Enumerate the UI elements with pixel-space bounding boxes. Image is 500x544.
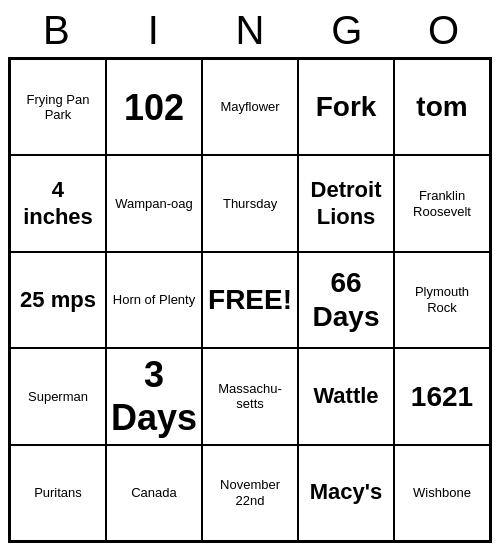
bingo-cell: Superman bbox=[10, 348, 106, 444]
cell-content: Wishbone bbox=[413, 485, 471, 501]
cell-content: Wampan-oag bbox=[115, 196, 193, 212]
bingo-cell: Franklin Roosevelt bbox=[394, 155, 490, 251]
bingo-cell: 102 bbox=[106, 59, 202, 155]
bingo-cell: 25 mps bbox=[10, 252, 106, 348]
cell-content: 1621 bbox=[411, 380, 473, 414]
bingo-cell: Wampan-oag bbox=[106, 155, 202, 251]
bingo-cell: November 22nd bbox=[202, 445, 298, 541]
bingo-letter: O bbox=[395, 8, 492, 53]
cell-content: Horn of Plenty bbox=[113, 292, 195, 308]
cell-content: Canada bbox=[131, 485, 177, 501]
cell-content: Fork bbox=[316, 90, 377, 124]
bingo-cell: Fork bbox=[298, 59, 394, 155]
cell-content: November 22nd bbox=[207, 477, 293, 508]
bingo-letter: B bbox=[8, 8, 105, 53]
bingo-cell: Massachu-setts bbox=[202, 348, 298, 444]
cell-content: Macy's bbox=[310, 479, 383, 505]
bingo-cell: Plymouth Rock bbox=[394, 252, 490, 348]
bingo-cell: Canada bbox=[106, 445, 202, 541]
bingo-grid: Frying Pan Park102MayflowerForktom4 inch… bbox=[8, 57, 492, 543]
bingo-cell: 4 inches bbox=[10, 155, 106, 251]
bingo-title: BINGO bbox=[8, 8, 492, 53]
cell-content: Thursday bbox=[223, 196, 277, 212]
cell-content: 102 bbox=[124, 86, 184, 129]
bingo-cell: FREE! bbox=[202, 252, 298, 348]
bingo-letter: I bbox=[105, 8, 202, 53]
cell-content: Superman bbox=[28, 389, 88, 405]
cell-content: 3 Days bbox=[111, 353, 197, 439]
cell-content: Plymouth Rock bbox=[399, 284, 485, 315]
bingo-cell: 3 Days bbox=[106, 348, 202, 444]
bingo-cell: Wattle bbox=[298, 348, 394, 444]
cell-content: 66 Days bbox=[303, 266, 389, 333]
bingo-cell: Frying Pan Park bbox=[10, 59, 106, 155]
bingo-letter: N bbox=[202, 8, 299, 53]
bingo-cell: Detroit Lions bbox=[298, 155, 394, 251]
bingo-letter: G bbox=[298, 8, 395, 53]
bingo-cell: Horn of Plenty bbox=[106, 252, 202, 348]
cell-content: Mayflower bbox=[220, 99, 279, 115]
bingo-cell: Thursday bbox=[202, 155, 298, 251]
cell-content: Detroit Lions bbox=[303, 177, 389, 230]
cell-content: Franklin Roosevelt bbox=[399, 188, 485, 219]
bingo-cell: Macy's bbox=[298, 445, 394, 541]
cell-content: Puritans bbox=[34, 485, 82, 501]
bingo-cell: Mayflower bbox=[202, 59, 298, 155]
cell-content: Wattle bbox=[313, 383, 378, 409]
cell-content: Frying Pan Park bbox=[15, 92, 101, 123]
cell-content: Massachu-setts bbox=[207, 381, 293, 412]
bingo-cell: Wishbone bbox=[394, 445, 490, 541]
cell-content: FREE! bbox=[208, 283, 292, 317]
cell-content: tom bbox=[416, 90, 467, 124]
bingo-cell: Puritans bbox=[10, 445, 106, 541]
bingo-cell: 66 Days bbox=[298, 252, 394, 348]
cell-content: 25 mps bbox=[20, 287, 96, 313]
cell-content: 4 inches bbox=[15, 177, 101, 230]
bingo-cell: tom bbox=[394, 59, 490, 155]
bingo-cell: 1621 bbox=[394, 348, 490, 444]
